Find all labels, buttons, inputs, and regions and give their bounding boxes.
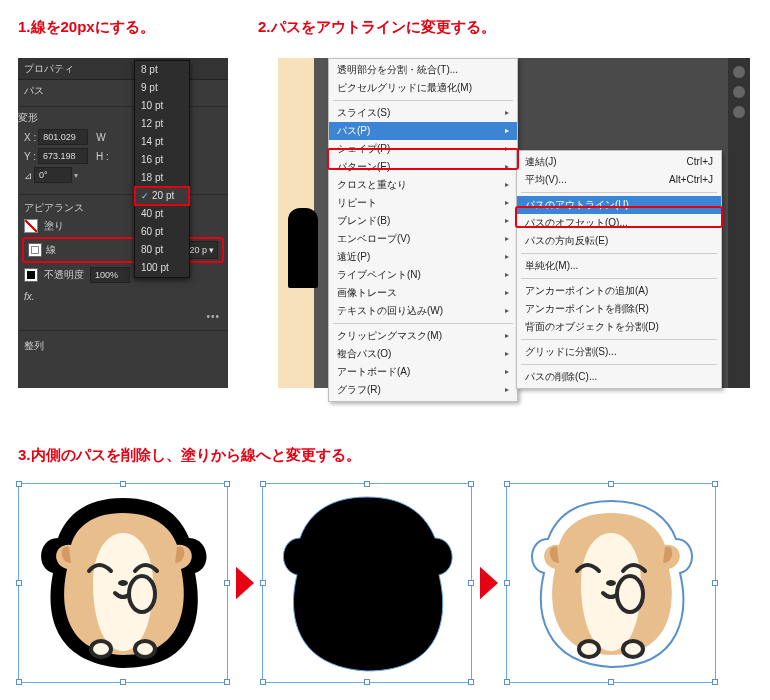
x-label: X : <box>24 132 36 143</box>
chevron-down-icon[interactable]: ▾ <box>74 171 78 180</box>
menu-item-label: 背面のオブジェクトを分割(D) <box>525 318 659 336</box>
opacity-swatch[interactable] <box>24 268 38 282</box>
stroke-width-option[interactable]: 9 pt <box>135 79 189 97</box>
step3-row <box>18 478 748 688</box>
tool-icon[interactable] <box>733 66 745 78</box>
menu-item[interactable]: 平均(V)...Alt+Ctrl+J <box>517 171 721 189</box>
more-options[interactable]: ••• <box>18 307 228 326</box>
menu-item-label: パスのオフセット(O)... <box>525 214 628 232</box>
tool-icon[interactable] <box>733 106 745 118</box>
option-label: 9 pt <box>141 82 158 93</box>
menu-item[interactable]: パス(P) <box>329 122 517 140</box>
menu-item[interactable]: 連結(J)Ctrl+J <box>517 153 721 171</box>
fill-swatch[interactable] <box>24 219 38 233</box>
menu-item[interactable]: アンカーポイントの追加(A) <box>517 282 721 300</box>
menu-separator <box>333 100 513 101</box>
menu-item[interactable]: 単純化(M)... <box>517 257 721 275</box>
menu-item-label: アートボード(A) <box>337 363 410 381</box>
angle-label: ⊿ <box>24 170 32 181</box>
y-label: Y : <box>24 151 36 162</box>
path-submenu[interactable]: 連結(J)Ctrl+J平均(V)...Alt+Ctrl+Jパスのアウトライン(U… <box>516 150 722 389</box>
h-label: H : <box>96 151 109 162</box>
chevron-down-icon[interactable]: ▾ <box>209 245 214 255</box>
result-image-3 <box>506 483 716 683</box>
x-input[interactable]: 801.029 <box>38 129 88 145</box>
menu-item[interactable]: 画像トレース <box>329 284 517 302</box>
menu-item[interactable]: グラフ(R) <box>329 381 517 399</box>
stroke-width-option[interactable]: 12 pt <box>135 115 189 133</box>
transform-section: 変形 X : 801.029 W Y : 673.198 H : ⊿ 0° ▾ <box>18 106 228 190</box>
menu-item[interactable]: 背面のオブジェクトを分割(D) <box>517 318 721 336</box>
stroke-width-option[interactable]: 100 pt <box>135 259 189 277</box>
menu-item[interactable]: クロスと重なり <box>329 176 517 194</box>
menu-item[interactable]: アンカーポイントを削除(R) <box>517 300 721 318</box>
stroke-swatch[interactable] <box>28 243 42 257</box>
menu-item[interactable]: ブレンド(B) <box>329 212 517 230</box>
menu-item-label: 単純化(M)... <box>525 257 578 275</box>
menu-item[interactable]: ピクセルグリッドに最適化(M) <box>329 79 517 97</box>
menu-item[interactable]: 複合パス(O) <box>329 345 517 363</box>
stroke-width-option[interactable]: 8 pt <box>135 61 189 79</box>
menu-item[interactable]: グリッドに分割(S)... <box>517 343 721 361</box>
menu-item-label: 複合パス(O) <box>337 345 391 363</box>
menu-item[interactable]: パスのアウトライン(U) <box>517 196 721 214</box>
appearance-section: アピアランス 塗り 線 ⇅ 20 p ▾ 不透明度 100% › fx. <box>18 194 228 326</box>
tool-icon[interactable] <box>733 86 745 98</box>
menu-item-label: スライス(S) <box>337 104 390 122</box>
stroke-width-option[interactable]: 16 pt <box>135 151 189 169</box>
stroke-width-option[interactable]: 80 pt <box>135 241 189 259</box>
path-label: パス <box>24 84 44 98</box>
option-label: 60 pt <box>141 226 163 237</box>
stroke-width-option[interactable]: 18 pt <box>135 169 189 187</box>
menu-item[interactable]: パターン(E) <box>329 158 517 176</box>
menu-item[interactable]: アートボード(A) <box>329 363 517 381</box>
menu-item-label: グリッドに分割(S)... <box>525 343 617 361</box>
stroke-width-option[interactable]: 10 pt <box>135 97 189 115</box>
menu-item[interactable]: クリッピングマスク(M) <box>329 327 517 345</box>
stroke-width-option[interactable]: ✓20 pt <box>135 187 189 205</box>
menu-item-label: エンベロープ(V) <box>337 230 410 248</box>
menu-separator <box>521 364 717 365</box>
selection-box <box>262 483 472 683</box>
option-label: 18 pt <box>141 172 163 183</box>
stroke-width-menu[interactable]: 8 pt9 pt10 pt12 pt14 pt16 pt18 pt✓20 pt4… <box>134 60 190 278</box>
menu-item[interactable]: 透明部分を分割・統合(T)... <box>329 61 517 79</box>
stroke-width-option[interactable]: 14 pt <box>135 133 189 151</box>
menu-item[interactable]: パスの削除(C)... <box>517 368 721 386</box>
menu-item-label: グラフ(R) <box>337 381 381 399</box>
menu-item[interactable]: スライス(S) <box>329 104 517 122</box>
step2-caption: 2.パスをアウトラインに変更する。 <box>258 18 496 37</box>
menu-separator <box>521 278 717 279</box>
menu-item[interactable]: ライブペイント(N) <box>329 266 517 284</box>
stroke-width-option[interactable]: 60 pt <box>135 223 189 241</box>
menu-item-label: ブレンド(B) <box>337 212 390 230</box>
menu-item[interactable]: 遠近(P) <box>329 248 517 266</box>
menu-separator <box>521 192 717 193</box>
menu-item[interactable]: テキストの回り込み(W) <box>329 302 517 320</box>
path-row: パス <box>18 80 228 102</box>
menu-item[interactable]: リピート <box>329 194 517 212</box>
fx-label[interactable]: fx. <box>24 291 35 302</box>
menu-item[interactable]: パスのオフセット(O)... <box>517 214 721 232</box>
fill-label: 塗り <box>44 219 64 233</box>
menu-item[interactable]: パスの方向反転(E) <box>517 232 721 250</box>
menu-item-label: パスの方向反転(E) <box>525 232 608 250</box>
transform-title: 変形 <box>18 111 228 125</box>
menu-item[interactable]: エンベロープ(V) <box>329 230 517 248</box>
y-input[interactable]: 673.198 <box>38 148 88 164</box>
object-submenu[interactable]: 透明部分を分割・統合(T)...ピクセルグリッドに最適化(M)スライス(S)パス… <box>328 58 518 402</box>
opacity-input[interactable]: 100% <box>90 267 130 283</box>
opacity-label: 不透明度 <box>44 268 84 282</box>
option-label: 40 pt <box>141 208 163 219</box>
fill-row: 塗り <box>18 217 228 235</box>
menu-item-label: パス(P) <box>337 122 370 140</box>
opacity-row: 不透明度 100% › <box>18 265 228 285</box>
angle-input[interactable]: 0° <box>34 167 72 183</box>
menu-item-shortcut: Alt+Ctrl+J <box>669 171 713 189</box>
menu-item-label: パスの削除(C)... <box>525 368 597 386</box>
menu-separator <box>521 253 717 254</box>
align-title: 整列 <box>18 335 228 357</box>
menu-item[interactable]: シェイプ(P) <box>329 140 517 158</box>
menu-separator <box>333 323 513 324</box>
stroke-width-option[interactable]: 40 pt <box>135 205 189 223</box>
